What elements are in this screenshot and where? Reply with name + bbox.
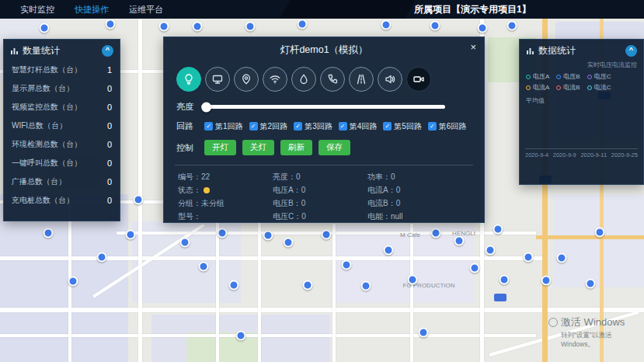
environment-icon-button[interactable] bbox=[291, 67, 316, 92]
brightness-row: 亮度 bbox=[164, 97, 484, 117]
map-marker[interactable] bbox=[322, 230, 332, 240]
info-line: 功率：0 bbox=[367, 172, 439, 183]
collapse-right-panel-button[interactable]: ^ bbox=[625, 45, 637, 57]
map-marker[interactable] bbox=[431, 228, 441, 238]
map-marker[interactable] bbox=[595, 228, 605, 238]
tab-ops-platform[interactable]: 运维平台 bbox=[129, 4, 163, 16]
loop-checkbox-4[interactable]: ✓第4回路 bbox=[339, 121, 378, 132]
map-marker[interactable] bbox=[298, 19, 308, 30]
map-marker[interactable] bbox=[470, 263, 480, 273]
map-marker[interactable] bbox=[454, 236, 465, 246]
broadcast-icon-button[interactable] bbox=[378, 67, 402, 92]
location-icon-button[interactable] bbox=[234, 67, 259, 92]
wifi-icon-button[interactable] bbox=[263, 67, 287, 92]
loop-label: 第3回路 bbox=[305, 121, 332, 132]
map-marker[interactable] bbox=[229, 280, 239, 291]
lamp-icon bbox=[183, 73, 195, 85]
map-marker[interactable] bbox=[478, 23, 488, 33]
stat-row-sos: 一键呼叫总数（台）0 bbox=[4, 154, 120, 172]
map-marker[interactable] bbox=[40, 23, 50, 33]
map-marker[interactable] bbox=[97, 252, 107, 263]
lamp-icon-button[interactable] bbox=[176, 67, 201, 92]
loop-checkbox-3[interactable]: ✓第3回路 bbox=[294, 121, 332, 132]
map-marker[interactable] bbox=[303, 280, 313, 291]
brightness-slider[interactable] bbox=[204, 105, 445, 109]
map-marker[interactable] bbox=[586, 279, 596, 289]
legend-item[interactable]: 电流B bbox=[556, 83, 580, 92]
stat-value: 0 bbox=[107, 140, 112, 149]
map-marker[interactable] bbox=[159, 22, 169, 32]
map-marker[interactable] bbox=[419, 328, 429, 338]
loop-checkbox-1[interactable]: ✓第1回路 bbox=[204, 121, 243, 132]
topbar-decoration bbox=[280, 0, 416, 19]
loop-checkbox-2[interactable]: ✓第2回路 bbox=[249, 121, 288, 132]
map-marker[interactable] bbox=[381, 20, 392, 30]
map-marker[interactable] bbox=[134, 195, 144, 205]
loop-checkbox-6[interactable]: ✓第6回路 bbox=[428, 121, 467, 132]
control-label: 控制 bbox=[176, 142, 198, 154]
map-marker[interactable] bbox=[541, 276, 552, 286]
legend-item[interactable]: 电压A bbox=[526, 72, 549, 81]
map-marker[interactable] bbox=[500, 275, 510, 285]
checkbox-checked-icon: ✓ bbox=[428, 122, 437, 131]
map-marker[interactable] bbox=[408, 275, 418, 285]
map-marker[interactable] bbox=[342, 260, 352, 270]
map-marker[interactable] bbox=[524, 252, 534, 263]
legend-radio-icon bbox=[556, 75, 561, 79]
refresh-button[interactable]: 刷新 bbox=[280, 140, 312, 155]
legend-radio-icon bbox=[587, 75, 592, 79]
x-tick: 2020-9-25 bbox=[611, 151, 638, 158]
camera-icon-button[interactable] bbox=[406, 67, 431, 92]
map-marker[interactable] bbox=[361, 281, 371, 291]
stat-row-screens: 显示屏总数（台）0 bbox=[4, 79, 120, 98]
x-tick: 2020-9-11 bbox=[580, 151, 607, 158]
brightness-slider-handle[interactable] bbox=[201, 102, 211, 112]
collapse-left-panel-button[interactable]: ^ bbox=[102, 45, 113, 57]
bar-chart-icon bbox=[526, 47, 534, 55]
screen-icon-button[interactable] bbox=[205, 67, 230, 92]
close-icon[interactable]: × bbox=[470, 42, 476, 52]
loop-checkbox-5[interactable]: ✓第5回路 bbox=[383, 121, 422, 132]
map-marker[interactable] bbox=[493, 225, 503, 235]
map-marker[interactable] bbox=[430, 21, 440, 31]
map-road bbox=[216, 221, 219, 362]
map-marker[interactable] bbox=[180, 238, 190, 248]
map-marker[interactable] bbox=[199, 262, 209, 272]
map-road bbox=[258, 221, 261, 362]
map-marker[interactable] bbox=[284, 238, 294, 248]
legend-item[interactable]: 电流A bbox=[526, 83, 549, 92]
map-road bbox=[332, 224, 336, 362]
light-on-button[interactable]: 开灯 bbox=[204, 140, 236, 155]
light-off-button[interactable]: 关灯 bbox=[242, 140, 274, 155]
stat-value: 0 bbox=[107, 84, 112, 93]
divider bbox=[175, 165, 473, 165]
loop-label: 第1回路 bbox=[215, 121, 243, 132]
map-marker[interactable] bbox=[44, 228, 54, 238]
map-marker[interactable] bbox=[245, 22, 256, 32]
legend-item[interactable]: 电压C bbox=[587, 72, 611, 81]
map-road bbox=[138, 19, 142, 362]
call-icon-button[interactable] bbox=[320, 67, 345, 92]
map-marker[interactable] bbox=[557, 253, 567, 263]
map-marker[interactable] bbox=[218, 228, 228, 238]
map-marker[interactable] bbox=[126, 230, 136, 240]
map-marker[interactable] bbox=[507, 21, 517, 31]
tab-realtime-monitor[interactable]: 实时监控 bbox=[20, 4, 54, 16]
map-marker[interactable] bbox=[263, 231, 273, 241]
map-marker[interactable] bbox=[68, 277, 78, 287]
map-marker[interactable] bbox=[193, 22, 203, 32]
map-marker[interactable] bbox=[106, 19, 116, 30]
legend-radio-icon bbox=[587, 85, 592, 90]
save-button[interactable]: 保存 bbox=[319, 140, 350, 155]
map-marker[interactable] bbox=[486, 245, 496, 256]
legend-item[interactable]: 电流C bbox=[587, 83, 611, 92]
map-marker[interactable] bbox=[384, 245, 394, 256]
stat-label: 显示屏总数（台） bbox=[12, 83, 74, 94]
lamp-control-dialog: 灯杆demo1（模拟） × bbox=[163, 37, 485, 223]
map-zone bbox=[553, 194, 644, 287]
map-marker[interactable] bbox=[236, 331, 246, 341]
broadcast-icon bbox=[384, 73, 396, 85]
legend-item[interactable]: 电压B bbox=[556, 72, 580, 81]
tab-quick-actions[interactable]: 快捷操作 bbox=[75, 4, 109, 16]
road-icon-button[interactable] bbox=[349, 67, 374, 92]
